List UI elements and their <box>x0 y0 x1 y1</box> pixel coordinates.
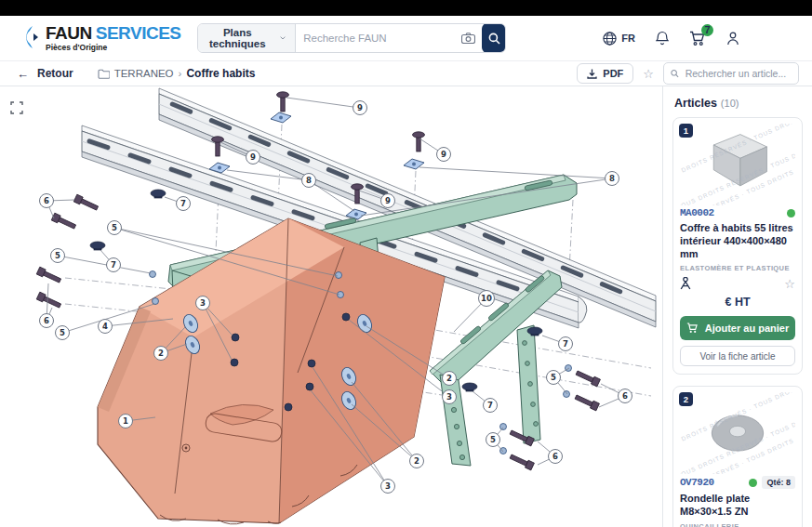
app-header: FAUN SERVICES Pièces d'Origine Plans tec… <box>0 16 812 60</box>
person-icon <box>726 32 739 46</box>
part-balloon-9[interactable]: 9 <box>353 101 367 115</box>
svg-text:9: 9 <box>250 152 256 162</box>
articles-sidebar: Articles(10) 1 TOUS DROITS RÉSERVÉS · TO… <box>662 86 812 527</box>
camera-icon[interactable] <box>454 24 483 52</box>
article-image: TOUS DROITS RÉSERVÉS · TOUS DROITS RÉSER… <box>680 124 795 205</box>
svg-text:2: 2 <box>158 349 164 358</box>
breadcrumb-parent[interactable]: TERRANEO <box>114 68 174 79</box>
search-icon <box>488 33 500 45</box>
favorite-star-icon[interactable]: ☆ <box>643 68 654 80</box>
faun-logo[interactable]: FAUN SERVICES Pièces d'Origine <box>19 24 180 52</box>
part-balloon-1[interactable]: 1 <box>119 415 133 428</box>
view-article-button[interactable]: Voir la fiche article <box>680 346 795 366</box>
articles-count: (10) <box>721 98 739 109</box>
part-balloon-2[interactable]: 2 <box>443 372 457 386</box>
part-balloon-8[interactable]: 8 <box>606 172 619 186</box>
part-balloon-2[interactable]: 2 <box>410 455 424 468</box>
availability-dot <box>787 209 795 217</box>
account-button[interactable] <box>726 32 739 46</box>
svg-text:2: 2 <box>446 374 452 383</box>
svg-text:6: 6 <box>552 452 558 461</box>
language-label: FR <box>621 33 635 44</box>
bell-icon <box>656 31 669 46</box>
pdf-label: PDF <box>603 68 623 79</box>
brand-name: FAUN <box>46 24 92 42</box>
part-balloon-7[interactable]: 7 <box>107 258 121 272</box>
part-balloon-2[interactable]: 2 <box>154 347 168 361</box>
part-balloon-3[interactable]: 3 <box>443 390 457 404</box>
availability-dot <box>749 479 757 487</box>
global-search-input[interactable] <box>296 24 454 52</box>
part-balloon-7[interactable]: 7 <box>484 399 498 413</box>
svg-text:6: 6 <box>44 316 49 325</box>
part-balloon-8[interactable]: 8 <box>302 174 316 188</box>
favorite-star-icon[interactable]: ☆ <box>784 278 795 290</box>
part-balloon-7[interactable]: 7 <box>559 337 573 351</box>
svg-text:7: 7 <box>111 260 116 270</box>
search-button[interactable] <box>482 23 506 53</box>
quantity-badge: Qté: 8 <box>762 476 795 489</box>
svg-text:4: 4 <box>102 322 108 331</box>
globe-icon <box>603 32 617 46</box>
download-icon <box>587 69 597 79</box>
part-balloon-3[interactable]: 3 <box>381 480 395 494</box>
add-to-cart-button[interactable]: Ajouter au panier <box>680 316 795 340</box>
page-title: Coffre habits <box>186 67 255 80</box>
cart-badge: 7 <box>701 24 713 36</box>
svg-text:8: 8 <box>609 174 615 183</box>
part-balloon-10[interactable]: 10 <box>479 291 495 307</box>
app-window: FAUN SERVICES Pièces d'Origine Plans tec… <box>0 0 812 527</box>
system-topbar <box>0 0 812 16</box>
notifications-button[interactable] <box>656 31 669 46</box>
search-category-label: Plans techniques <box>207 27 267 49</box>
part-balloon-4[interactable]: 4 <box>99 320 113 334</box>
part-balloon-5[interactable]: 5 <box>56 326 70 340</box>
part-balloon-5[interactable]: 5 <box>547 371 561 385</box>
brand-suffix: SERVICES <box>96 24 181 42</box>
part-balloon-5[interactable]: 5 <box>51 249 65 263</box>
part-balloon-5[interactable]: 5 <box>486 433 500 447</box>
svg-text:7: 7 <box>487 401 493 410</box>
back-button[interactable]: ← Retour <box>17 67 73 81</box>
article-title: Rondelle plate M8×30×1.5 ZN <box>680 493 795 519</box>
part-balloon-5[interactable]: 5 <box>108 221 122 235</box>
svg-text:3: 3 <box>446 392 452 402</box>
diagram-canvas[interactable]: 12223334555556666777788999910 <box>33 86 662 527</box>
part-balloon-6[interactable]: 6 <box>40 194 54 208</box>
svg-text:10: 10 <box>481 294 492 303</box>
svg-text:5: 5 <box>551 373 556 382</box>
svg-text:3: 3 <box>385 481 391 491</box>
article-card-2[interactable]: 2 TOUS DROITS RÉSERVÉS · TOUS DROITS RÉS… <box>672 386 803 527</box>
part-balloon-6[interactable]: 6 <box>40 314 54 328</box>
pdf-download-button[interactable]: PDF <box>577 63 633 84</box>
article-category: QUINCAILLERIE <box>680 522 795 527</box>
search-category-dropdown[interactable]: Plans techniques <box>198 24 296 52</box>
article-index-badge: 2 <box>679 392 693 406</box>
hex-bolts-left <box>36 194 99 310</box>
fullscreen-icon[interactable] <box>10 101 23 114</box>
part-balloon-9[interactable]: 9 <box>246 151 260 165</box>
language-selector[interactable]: FR <box>603 32 635 46</box>
cart-icon <box>686 323 699 334</box>
folder-icon <box>98 69 110 79</box>
part-balloon-9[interactable]: 9 <box>381 194 395 208</box>
part-balloon-3[interactable]: 3 <box>196 296 210 310</box>
article-search-input[interactable] <box>684 67 792 80</box>
part-balloon-7[interactable]: 7 <box>177 197 191 211</box>
article-image: TOUS DROITS RÉSERVÉS · TOUS DROITS RÉSER… <box>680 392 795 474</box>
breadcrumb-separator: › <box>179 68 182 79</box>
part-balloon-6[interactable]: 6 <box>549 450 563 464</box>
part-balloon-6[interactable]: 6 <box>619 389 632 403</box>
brand-tagline: Pièces d'Origine <box>46 44 180 52</box>
search-icon <box>671 69 679 78</box>
exploded-view-diagram: 12223334555556666777788999910 <box>33 86 662 527</box>
svg-text:5: 5 <box>55 251 60 260</box>
breadcrumb: TERRANEO › Coffre habits <box>98 67 256 80</box>
svg-text:7: 7 <box>563 339 568 349</box>
part-balloon-9[interactable]: 9 <box>437 148 451 162</box>
breadcrumb-bar: ← Retour TERRANEO › Coffre habits PDF ☆ <box>0 60 812 86</box>
cart-button[interactable]: 7 <box>689 31 706 46</box>
article-card-1[interactable]: 1 TOUS DROITS RÉSERVÉS · TOUS DROITS RÉS… <box>672 117 803 375</box>
back-arrow-icon: ← <box>17 67 29 81</box>
svg-text:3: 3 <box>200 298 206 308</box>
